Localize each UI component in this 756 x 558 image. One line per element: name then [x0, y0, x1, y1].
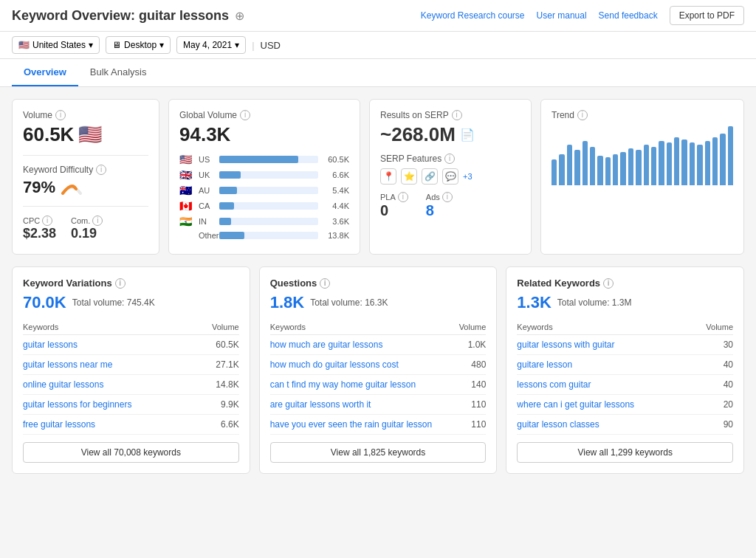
- keyword-link[interactable]: where can i get guitar lessons: [517, 399, 634, 410]
- keyword-link[interactable]: have you ever seen the rain guitar lesso…: [270, 419, 432, 430]
- keyword-cell: have you ever seen the rain guitar lesso…: [270, 415, 456, 435]
- rk-count: 1.3K: [517, 293, 551, 312]
- ads-item: Ads i 8: [426, 192, 453, 219]
- keyword-link[interactable]: lessons com guitar: [517, 379, 591, 390]
- gv-code: US: [199, 155, 215, 164]
- volume-cell: 110: [455, 395, 486, 415]
- kd-value: 79%: [23, 178, 148, 197]
- top-bar-left: Keyword Overview: guitar lessons ⊕: [12, 8, 244, 24]
- trend-bar: [651, 147, 656, 185]
- com-value: 0.19: [71, 226, 103, 241]
- ads-info-icon[interactable]: i: [442, 192, 453, 202]
- gv-code: Other: [199, 231, 215, 240]
- country-filter[interactable]: 🇺🇸 United States ▾: [12, 36, 100, 54]
- com-info-icon[interactable]: i: [92, 216, 103, 226]
- q-table: Keywords Volume how much are guitar less…: [270, 320, 487, 435]
- trend-bar: [597, 156, 602, 185]
- pla-info-icon[interactable]: i: [398, 192, 408, 202]
- kv-col-volume: Volume: [196, 320, 238, 335]
- volume-cell: 20: [693, 395, 733, 415]
- keyword-link[interactable]: guitar lessons for beginners: [23, 399, 131, 410]
- serp-info-icon[interactable]: i: [452, 110, 462, 120]
- keyword-cell: guitar lessons: [23, 335, 196, 355]
- link-icon: 🔗: [422, 168, 438, 185]
- keyword-link[interactable]: are guitar lessons worth it: [270, 399, 371, 410]
- q-info-icon[interactable]: i: [320, 278, 330, 289]
- gv-flag: 🇮🇳: [179, 216, 194, 227]
- serp-icons: 📍 ⭐ 🔗 💬 +3: [380, 168, 520, 185]
- serp-more: +3: [463, 172, 472, 181]
- keyword-cell: guitar lessons for beginners: [23, 395, 196, 415]
- export-button[interactable]: Export to PDF: [670, 6, 744, 25]
- keyword-link[interactable]: guitar lessons with guitar: [517, 340, 614, 350]
- rk-col-keywords: Keywords: [517, 320, 693, 335]
- chevron-down-icon: ▾: [235, 40, 239, 50]
- pla-item: PLA i 0: [380, 192, 408, 219]
- volume-info-icon[interactable]: i: [55, 110, 66, 120]
- serp-doc-icon: 📄: [460, 128, 475, 142]
- metrics-row: Volume i 60.5K 🇺🇸 Keyword Difficulty i 7…: [12, 99, 744, 255]
- table-row: guitar lessons 60.5K: [23, 335, 239, 355]
- trend-bar: [659, 141, 664, 185]
- kv-info-icon[interactable]: i: [115, 278, 126, 289]
- ads-value: 8: [426, 202, 453, 219]
- q-col-volume: Volume: [455, 320, 486, 335]
- volume-cell: 90: [693, 415, 733, 435]
- keyword-cell: how much do guitar lessons cost: [270, 355, 456, 375]
- q-view-all-button[interactable]: View all 1,825 keywords: [270, 442, 487, 463]
- gv-flag: 🇦🇺: [179, 185, 194, 196]
- feedback-link[interactable]: Send feedback: [599, 10, 658, 21]
- keyword-link[interactable]: guitar lesson classes: [517, 419, 599, 430]
- keyword-link[interactable]: can t find my way home guitar lesson: [270, 379, 416, 390]
- volume-cell: 110: [455, 415, 486, 435]
- keyword-link[interactable]: free guitar lessons: [23, 419, 95, 430]
- rk-info-icon[interactable]: i: [603, 278, 614, 289]
- gv-row: 🇬🇧 UK 6.6K: [179, 169, 349, 181]
- trend-bar: [667, 142, 672, 185]
- kv-view-all-button[interactable]: View all 70,008 keywords: [23, 442, 239, 463]
- table-row: can t find my way home guitar lesson 140: [270, 375, 487, 395]
- trend-label: Trend i: [551, 110, 733, 120]
- q-count: 1.8K: [270, 293, 304, 312]
- global-volume-info-icon[interactable]: i: [240, 110, 250, 120]
- course-link[interactable]: Keyword Research course: [421, 10, 525, 21]
- kd-arc-icon: [60, 180, 83, 195]
- keyword-variations-title: Keyword Variations i: [23, 278, 239, 289]
- device-filter[interactable]: 🖥 Desktop ▾: [106, 36, 171, 54]
- trend-bar: [674, 137, 679, 185]
- keyword-link[interactable]: online guitar lessons: [23, 379, 103, 390]
- kd-info-icon[interactable]: i: [96, 165, 106, 175]
- gv-row: 🇮🇳 IN 3.6K: [179, 216, 349, 227]
- manual-link[interactable]: User manual: [537, 10, 587, 21]
- main-content: Volume i 60.5K 🇺🇸 Keyword Difficulty i 7…: [0, 87, 756, 486]
- cpc-info-icon[interactable]: i: [42, 216, 52, 226]
- trend-info-icon[interactable]: i: [577, 110, 588, 120]
- gv-val: 13.8K: [323, 231, 349, 240]
- currency-label: USD: [261, 40, 281, 51]
- keyword-link[interactable]: guitar lessons near me: [23, 359, 112, 370]
- kv-table: Keywords Volume guitar lessons 60.5K gui…: [23, 320, 239, 435]
- bottom-row: Keyword Variations i 70.0K Total volume:…: [12, 266, 744, 474]
- related-keywords-title: Related Keywords i: [517, 278, 733, 289]
- tab-overview[interactable]: Overview: [12, 59, 78, 86]
- trend-bar: [567, 145, 572, 185]
- gv-bar: [219, 218, 231, 225]
- trend-bar: [697, 145, 702, 185]
- trend-bar: [605, 157, 611, 185]
- rk-view-all-button[interactable]: View all 1,299 keywords: [517, 442, 733, 463]
- keyword-link[interactable]: guitar lessons: [23, 340, 78, 350]
- add-keyword-icon[interactable]: ⊕: [235, 9, 244, 23]
- gv-code: AU: [199, 186, 215, 195]
- keyword-cell: guitar lesson classes: [517, 415, 693, 435]
- serp-features-info-icon[interactable]: i: [444, 154, 455, 164]
- serp-label: Results on SERP i: [380, 110, 520, 120]
- table-row: guitar lessons near me 27.1K: [23, 355, 239, 375]
- gv-bar-wrap: [219, 187, 318, 194]
- keyword-link[interactable]: how much do guitar lessons cost: [270, 359, 399, 370]
- keyword-link[interactable]: guitare lesson: [517, 359, 572, 370]
- keyword-link[interactable]: how much are guitar lessons: [270, 340, 383, 350]
- trend-bar: [690, 142, 695, 185]
- date-filter[interactable]: May 4, 2021 ▾: [176, 36, 246, 54]
- tab-bulk-analysis[interactable]: Bulk Analysis: [78, 59, 159, 86]
- q-col-keywords: Keywords: [270, 320, 456, 335]
